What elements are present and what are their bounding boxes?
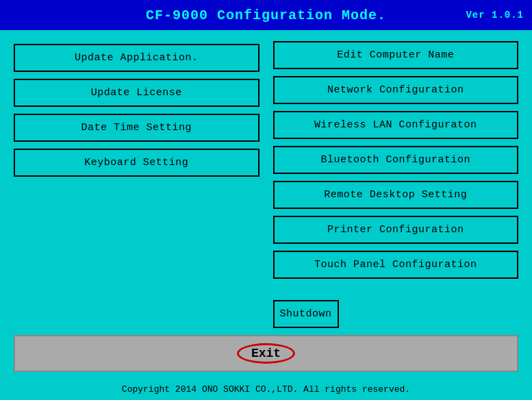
exit-button[interactable]: Exit bbox=[14, 335, 518, 372]
buttons-area: Update Application.Update LicenseDate Ti… bbox=[14, 41, 518, 300]
exit-label: Exit bbox=[237, 343, 295, 364]
printer-configuration-button[interactable]: Printer Configuration bbox=[273, 216, 519, 244]
left-column: Update Application.Update LicenseDate Ti… bbox=[14, 41, 259, 300]
shutdown-wrapper: Shutdown bbox=[273, 300, 519, 328]
bluetooth-configuration-button[interactable]: Bluetooth Configuration bbox=[273, 146, 519, 174]
header-title: CF-9000 Configuration Mode. bbox=[0, 8, 532, 23]
right-column: Edit Computer NameNetwork ConfigurationW… bbox=[273, 41, 519, 300]
date-time-setting-button[interactable]: Date Time Setting bbox=[14, 114, 259, 142]
wireless-lan-button[interactable]: Wireless LAN Configuraton bbox=[273, 111, 519, 139]
update-application-button[interactable]: Update Application. bbox=[14, 44, 259, 72]
shutdown-button[interactable]: Shutdown bbox=[273, 300, 339, 328]
footer: Copyright 2014 ONO SOKKI CO.,LTD. All ri… bbox=[0, 382, 532, 400]
update-license-button[interactable]: Update License bbox=[14, 79, 259, 107]
remote-desktop-setting-button[interactable]: Remote Desktop Setting bbox=[273, 181, 519, 209]
touch-panel-configuration-button[interactable]: Touch Panel Configuration bbox=[273, 251, 519, 279]
network-configuration-button[interactable]: Network Configuration bbox=[273, 76, 519, 104]
footer-text: Copyright 2014 ONO SOKKI CO.,LTD. All ri… bbox=[122, 384, 410, 395]
header: CF-9000 Configuration Mode. Ver 1.0.1 bbox=[0, 0, 532, 30]
header-version: Ver 1.0.1 bbox=[466, 10, 524, 21]
main-content: Update Application.Update LicenseDate Ti… bbox=[0, 30, 532, 382]
edit-computer-name-button[interactable]: Edit Computer Name bbox=[273, 41, 519, 69]
exit-row: Exit bbox=[14, 335, 518, 372]
keyboard-setting-button[interactable]: Keyboard Setting bbox=[14, 149, 259, 177]
